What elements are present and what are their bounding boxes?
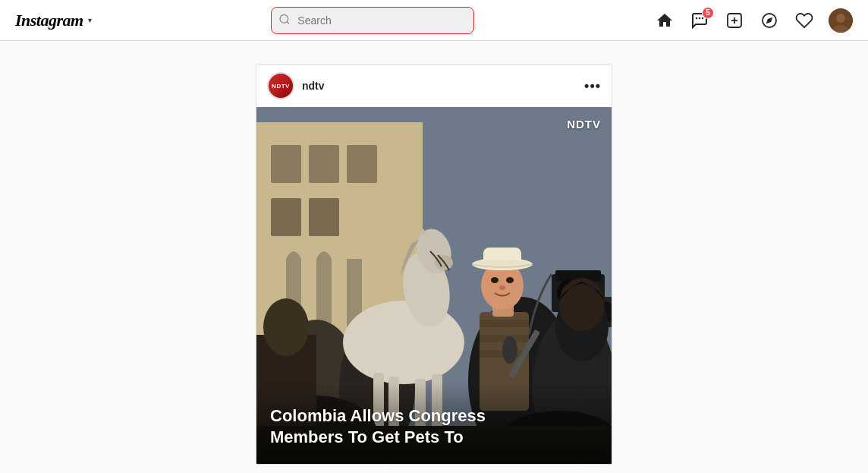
chevron-down-icon: ▾: [88, 16, 92, 24]
activity-button[interactable]: 5: [689, 10, 710, 31]
svg-point-40: [491, 277, 498, 283]
post-caption: Colombia Allows CongressMembers To Get P…: [270, 405, 598, 449]
svg-rect-13: [271, 145, 301, 183]
svg-marker-6: [766, 17, 772, 23]
likes-button[interactable]: [794, 10, 815, 31]
ndtv-avatar-text: NDTV: [272, 83, 290, 90]
search-container: [271, 7, 474, 34]
svg-rect-16: [271, 198, 301, 236]
svg-point-52: [502, 336, 517, 364]
post-user[interactable]: NDTV ndtv: [267, 72, 325, 99]
main-header: Instagram ▾ 5: [0, 0, 868, 41]
svg-rect-15: [347, 145, 377, 183]
post-user-avatar: NDTV: [267, 72, 294, 99]
post-image: NDTV Colombia Allows CongressMembers To …: [256, 107, 612, 464]
add-post-button[interactable]: [724, 10, 745, 31]
profile-avatar-button[interactable]: [829, 8, 853, 33]
logo-area[interactable]: Instagram ▾: [15, 11, 92, 30]
search-input[interactable]: [271, 7, 474, 34]
feed: NDTV ndtv •••: [256, 64, 612, 450]
notification-badge: 5: [702, 7, 714, 19]
svg-point-60: [263, 298, 309, 356]
svg-rect-14: [309, 145, 339, 183]
post-username: ndtv: [302, 80, 325, 92]
svg-rect-35: [480, 320, 529, 327]
post-more-button[interactable]: •••: [584, 78, 601, 94]
post-header: NDTV ndtv •••: [256, 65, 612, 107]
home-button[interactable]: [654, 10, 675, 31]
svg-point-8: [836, 14, 845, 23]
header-icons: 5: [654, 8, 853, 33]
svg-point-42: [499, 285, 505, 290]
svg-point-56: [559, 278, 605, 331]
main-content: NDTV ndtv •••: [0, 41, 868, 473]
svg-point-41: [506, 277, 514, 283]
post-watermark: NDTV: [567, 118, 601, 131]
explore-button[interactable]: [759, 10, 780, 31]
caption-overlay: Colombia Allows CongressMembers To Get P…: [256, 383, 612, 464]
avatar: [829, 8, 853, 33]
svg-rect-17: [309, 198, 339, 236]
instagram-logo: Instagram: [15, 11, 83, 30]
post-card: NDTV ndtv •••: [256, 64, 612, 465]
